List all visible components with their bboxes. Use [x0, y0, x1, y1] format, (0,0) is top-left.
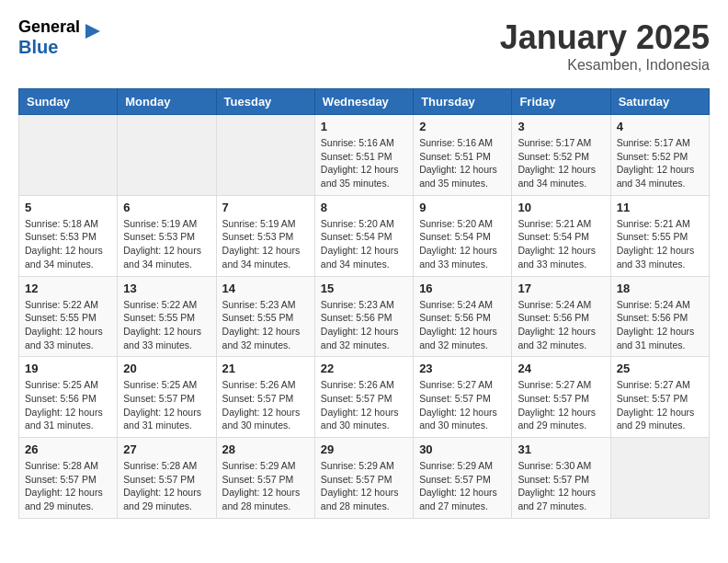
day-number: 18 — [617, 282, 703, 295]
calendar-cell: 24Sunrise: 5:27 AM Sunset: 5:57 PM Dayli… — [512, 357, 610, 438]
day-number: 22 — [321, 362, 407, 375]
calendar-cell — [19, 115, 118, 196]
day-info: Sunrise: 5:24 AM Sunset: 5:56 PM Dayligh… — [617, 298, 703, 352]
week-row-5: 26Sunrise: 5:28 AM Sunset: 5:57 PM Dayli… — [19, 438, 710, 519]
day-number: 20 — [123, 362, 210, 375]
calendar-cell: 23Sunrise: 5:27 AM Sunset: 5:57 PM Dayli… — [414, 357, 512, 438]
day-info: Sunrise: 5:19 AM Sunset: 5:53 PM Dayligh… — [222, 217, 309, 271]
calendar-cell: 20Sunrise: 5:25 AM Sunset: 5:57 PM Dayli… — [118, 357, 216, 438]
day-info: Sunrise: 5:16 AM Sunset: 5:51 PM Dayligh… — [419, 136, 506, 190]
calendar-table: SundayMondayTuesdayWednesdayThursdayFrid… — [18, 88, 710, 519]
calendar-cell: 17Sunrise: 5:24 AM Sunset: 5:56 PM Dayli… — [512, 276, 610, 357]
calendar-cell: 26Sunrise: 5:28 AM Sunset: 5:57 PM Dayli… — [19, 438, 118, 519]
day-number: 14 — [222, 282, 309, 295]
day-number: 6 — [123, 201, 210, 214]
calendar-cell: 18Sunrise: 5:24 AM Sunset: 5:56 PM Dayli… — [610, 276, 709, 357]
day-number: 13 — [123, 282, 210, 295]
day-info: Sunrise: 5:28 AM Sunset: 5:57 PM Dayligh… — [25, 459, 111, 513]
calendar-cell: 4Sunrise: 5:17 AM Sunset: 5:52 PM Daylig… — [610, 115, 709, 196]
weekday-header-saturday: Saturday — [610, 89, 709, 115]
calendar-cell: 9Sunrise: 5:20 AM Sunset: 5:54 PM Daylig… — [414, 195, 512, 276]
day-number: 15 — [321, 282, 407, 295]
logo-text: General Blue — [18, 18, 80, 57]
day-number: 29 — [321, 442, 407, 456]
calendar-cell — [216, 115, 314, 196]
day-info: Sunrise: 5:26 AM Sunset: 5:57 PM Dayligh… — [222, 378, 309, 432]
day-number: 24 — [518, 362, 604, 375]
day-number: 4 — [617, 120, 703, 133]
calendar-cell: 2Sunrise: 5:16 AM Sunset: 5:51 PM Daylig… — [414, 115, 512, 196]
day-info: Sunrise: 5:20 AM Sunset: 5:54 PM Dayligh… — [321, 217, 407, 271]
day-number: 30 — [419, 442, 506, 456]
day-info: Sunrise: 5:27 AM Sunset: 5:57 PM Dayligh… — [518, 378, 604, 432]
calendar-cell — [610, 438, 709, 519]
day-info: Sunrise: 5:18 AM Sunset: 5:53 PM Dayligh… — [25, 217, 111, 271]
day-number: 9 — [419, 201, 506, 214]
day-info: Sunrise: 5:29 AM Sunset: 5:57 PM Dayligh… — [419, 459, 506, 513]
day-info: Sunrise: 5:25 AM Sunset: 5:57 PM Dayligh… — [123, 378, 210, 432]
day-info: Sunrise: 5:17 AM Sunset: 5:52 PM Dayligh… — [518, 136, 604, 190]
day-info: Sunrise: 5:21 AM Sunset: 5:54 PM Dayligh… — [518, 217, 604, 271]
day-number: 1 — [321, 120, 407, 133]
week-row-2: 5Sunrise: 5:18 AM Sunset: 5:53 PM Daylig… — [19, 195, 710, 276]
calendar-cell: 29Sunrise: 5:29 AM Sunset: 5:57 PM Dayli… — [314, 438, 413, 519]
day-info: Sunrise: 5:17 AM Sunset: 5:52 PM Dayligh… — [617, 136, 703, 190]
calendar-cell: 16Sunrise: 5:24 AM Sunset: 5:56 PM Dayli… — [414, 276, 512, 357]
title-block: January 2025 Kesamben, Indonesia — [500, 18, 710, 74]
weekday-header-wednesday: Wednesday — [314, 89, 413, 115]
calendar-cell: 8Sunrise: 5:20 AM Sunset: 5:54 PM Daylig… — [314, 195, 413, 276]
day-number: 26 — [25, 442, 111, 456]
week-row-3: 12Sunrise: 5:22 AM Sunset: 5:55 PM Dayli… — [19, 276, 710, 357]
week-row-1: 1Sunrise: 5:16 AM Sunset: 5:51 PM Daylig… — [19, 115, 710, 196]
calendar-cell: 21Sunrise: 5:26 AM Sunset: 5:57 PM Dayli… — [216, 357, 314, 438]
calendar-cell: 3Sunrise: 5:17 AM Sunset: 5:52 PM Daylig… — [512, 115, 610, 196]
weekday-header-row: SundayMondayTuesdayWednesdayThursdayFrid… — [19, 89, 710, 115]
logo-general: General — [18, 18, 80, 37]
day-info: Sunrise: 5:22 AM Sunset: 5:55 PM Dayligh… — [25, 298, 111, 352]
day-info: Sunrise: 5:29 AM Sunset: 5:57 PM Dayligh… — [321, 459, 407, 513]
calendar-cell: 13Sunrise: 5:22 AM Sunset: 5:55 PM Dayli… — [118, 276, 216, 357]
calendar-cell: 1Sunrise: 5:16 AM Sunset: 5:51 PM Daylig… — [314, 115, 413, 196]
svg-marker-0 — [85, 24, 100, 39]
calendar-cell: 6Sunrise: 5:19 AM Sunset: 5:53 PM Daylig… — [118, 195, 216, 276]
day-info: Sunrise: 5:22 AM Sunset: 5:55 PM Dayligh… — [123, 298, 210, 352]
calendar-cell: 27Sunrise: 5:28 AM Sunset: 5:57 PM Dayli… — [118, 438, 216, 519]
day-info: Sunrise: 5:21 AM Sunset: 5:55 PM Dayligh… — [617, 217, 703, 271]
day-number: 3 — [518, 120, 604, 133]
day-info: Sunrise: 5:27 AM Sunset: 5:57 PM Dayligh… — [419, 378, 506, 432]
calendar-cell: 19Sunrise: 5:25 AM Sunset: 5:56 PM Dayli… — [19, 357, 118, 438]
calendar-cell: 22Sunrise: 5:26 AM Sunset: 5:57 PM Dayli… — [314, 357, 413, 438]
day-number: 19 — [25, 362, 111, 375]
day-number: 7 — [222, 201, 309, 214]
logo-blue: Blue — [18, 37, 80, 57]
day-number: 16 — [419, 282, 506, 295]
logo: General Blue — [18, 18, 100, 57]
day-number: 5 — [25, 201, 111, 214]
calendar-cell: 10Sunrise: 5:21 AM Sunset: 5:54 PM Dayli… — [512, 195, 610, 276]
week-row-4: 19Sunrise: 5:25 AM Sunset: 5:56 PM Dayli… — [19, 357, 710, 438]
day-number: 12 — [25, 282, 111, 295]
day-number: 8 — [321, 201, 407, 214]
day-number: 17 — [518, 282, 604, 295]
day-info: Sunrise: 5:19 AM Sunset: 5:53 PM Dayligh… — [123, 217, 210, 271]
day-info: Sunrise: 5:26 AM Sunset: 5:57 PM Dayligh… — [321, 378, 407, 432]
calendar-cell: 14Sunrise: 5:23 AM Sunset: 5:55 PM Dayli… — [216, 276, 314, 357]
calendar-cell: 31Sunrise: 5:30 AM Sunset: 5:57 PM Dayli… — [512, 438, 610, 519]
day-number: 21 — [222, 362, 309, 375]
weekday-header-friday: Friday — [512, 89, 610, 115]
day-info: Sunrise: 5:24 AM Sunset: 5:56 PM Dayligh… — [419, 298, 506, 352]
calendar-cell: 5Sunrise: 5:18 AM Sunset: 5:53 PM Daylig… — [19, 195, 118, 276]
day-number: 2 — [419, 120, 506, 133]
weekday-header-sunday: Sunday — [19, 89, 118, 115]
day-number: 10 — [518, 201, 604, 214]
calendar-cell: 30Sunrise: 5:29 AM Sunset: 5:57 PM Dayli… — [414, 438, 512, 519]
month-title: January 2025 — [500, 18, 710, 57]
day-number: 27 — [123, 442, 210, 456]
location: Kesamben, Indonesia — [500, 57, 710, 74]
day-number: 25 — [617, 362, 703, 375]
calendar-cell — [118, 115, 216, 196]
day-number: 23 — [419, 362, 506, 375]
calendar-cell: 11Sunrise: 5:21 AM Sunset: 5:55 PM Dayli… — [610, 195, 709, 276]
logo-icon — [82, 24, 100, 52]
calendar-cell: 12Sunrise: 5:22 AM Sunset: 5:55 PM Dayli… — [19, 276, 118, 357]
